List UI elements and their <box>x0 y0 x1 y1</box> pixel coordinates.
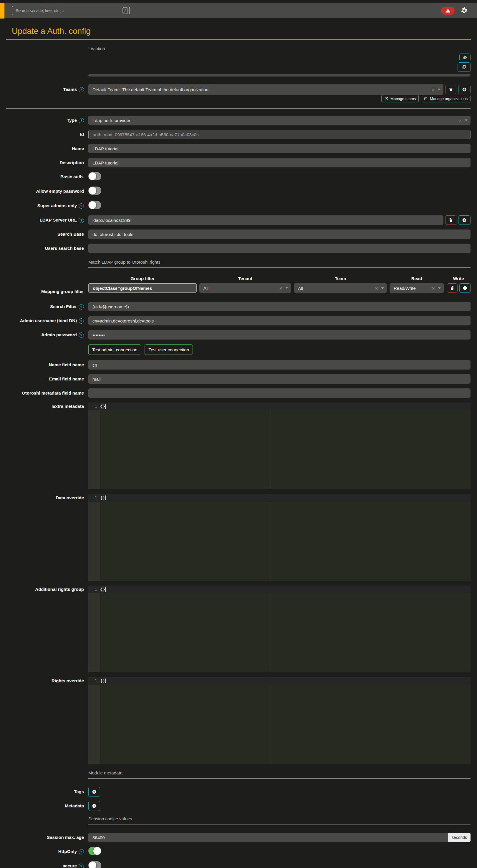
data-override-editor[interactable]: 1{} <box>88 494 471 581</box>
navbar: / <box>0 3 477 18</box>
group-filter-input[interactable] <box>88 283 197 293</box>
col-header-write: Write <box>446 276 471 281</box>
remove-ldap-url-button[interactable] <box>445 215 456 225</box>
eye-slash-icon <box>463 55 467 60</box>
tenant-select[interactable]: All × <box>199 283 291 293</box>
edit-icon <box>384 96 388 101</box>
admin-username-input[interactable] <box>88 316 471 326</box>
add-ldap-url-button[interactable] <box>458 215 471 225</box>
help-icon[interactable]: ? <box>79 849 84 855</box>
line-number: 1 <box>88 679 100 683</box>
session-cookie-section-header: Session cookie values <box>88 816 471 825</box>
help-icon[interactable]: ? <box>79 87 84 92</box>
http-only-label: HttpOnly? <box>0 847 88 856</box>
remove-team-button[interactable] <box>445 85 456 94</box>
clear-icon[interactable]: × <box>431 87 435 92</box>
editor-content[interactable] <box>100 410 471 489</box>
team-select[interactable]: All × <box>294 283 387 293</box>
hide-location-button[interactable] <box>459 54 471 61</box>
ldap-server-url-input[interactable] <box>88 215 443 225</box>
email-field-name-input[interactable] <box>88 374 471 384</box>
help-icon[interactable]: ? <box>79 118 84 123</box>
admin-password-label: Admin password? <box>0 330 88 340</box>
trash-icon <box>448 218 453 222</box>
clear-icon[interactable]: × <box>458 118 462 123</box>
text-cursor <box>106 679 106 683</box>
manage-teams-button[interactable]: Manage teams <box>381 95 419 102</box>
secure-toggle[interactable] <box>88 861 101 868</box>
add-mapping-button[interactable] <box>459 283 471 293</box>
remove-mapping-button[interactable] <box>447 283 457 293</box>
help-icon[interactable]: ? <box>79 218 84 223</box>
id-label: Id <box>0 130 88 139</box>
rights-override-editor[interactable]: 1{} <box>88 677 471 764</box>
plus-circle-icon <box>463 286 467 290</box>
teams-select[interactable]: Default Team - The default Team of the d… <box>88 84 443 95</box>
description-input[interactable] <box>88 158 471 167</box>
basic-auth-toggle[interactable] <box>88 172 101 180</box>
copy-location-button[interactable] <box>457 62 471 72</box>
add-metadata-button[interactable] <box>88 801 100 811</box>
clear-icon[interactable]: × <box>375 285 378 291</box>
test-user-connection-button[interactable]: Test user connection <box>145 344 193 355</box>
editor-content[interactable] <box>100 685 471 764</box>
alerts-button[interactable] <box>441 7 455 15</box>
text-cursor <box>106 587 106 592</box>
extra-metadata-editor[interactable]: 1{} <box>88 403 471 489</box>
secure-label: secure? <box>0 861 88 868</box>
admin-username-label: Admin username (bind DN)? <box>0 316 88 326</box>
admin-password-input[interactable] <box>88 330 471 340</box>
help-icon[interactable]: ? <box>79 203 84 209</box>
help-icon[interactable]: ? <box>79 864 84 868</box>
name-input[interactable] <box>88 144 471 153</box>
module-metadata-section-header: Module metadata <box>88 770 471 779</box>
allow-empty-password-toggle[interactable] <box>88 187 101 195</box>
users-search-base-label: Users search base <box>0 244 88 253</box>
help-icon[interactable]: ? <box>79 318 84 324</box>
organization-bar[interactable] <box>88 74 471 76</box>
additional-rights-group-editor[interactable]: 1{} <box>88 586 471 672</box>
http-only-toggle[interactable] <box>88 847 101 855</box>
gear-icon[interactable] <box>460 7 468 14</box>
trash-icon <box>450 286 455 290</box>
plus-circle-icon <box>462 87 467 92</box>
name-field-name-label: Name field name <box>0 360 88 370</box>
editor-content[interactable] <box>100 593 471 672</box>
name-field-name-input[interactable] <box>88 360 471 370</box>
line-number: 1 <box>88 404 100 409</box>
rights-override-label: Rights override <box>0 677 88 685</box>
editor-gutter <box>88 593 100 672</box>
edit-icon <box>424 96 428 101</box>
metadata-label: Metadata <box>0 801 88 811</box>
description-label: Description <box>0 158 88 167</box>
code-text: {} <box>100 679 105 683</box>
location-section-header: Location <box>88 46 471 51</box>
sidebar-brand-sliver[interactable] <box>0 3 4 19</box>
search-filter-input[interactable] <box>88 302 471 311</box>
help-icon[interactable]: ? <box>79 304 84 310</box>
help-icon[interactable]: ? <box>79 333 84 338</box>
editor-content[interactable] <box>100 502 471 581</box>
mapping-group-filter-label: Mapping group filter <box>0 276 88 296</box>
chevron-down-icon <box>438 287 441 289</box>
users-search-base-input[interactable] <box>88 244 471 253</box>
section-divider <box>6 108 471 108</box>
search-input[interactable] <box>12 6 129 15</box>
type-select[interactable]: Ldap auth. provider × <box>88 116 471 125</box>
editor-ruler <box>271 685 271 764</box>
clear-icon[interactable]: × <box>279 285 282 291</box>
otoroshi-metadata-field-name-input[interactable] <box>88 389 471 398</box>
clear-icon[interactable]: × <box>431 285 435 291</box>
copy-icon <box>462 65 467 69</box>
session-max-age-label: Session max. age <box>0 833 88 842</box>
manage-organizations-button[interactable]: Manage organizations <box>421 95 471 102</box>
read-select[interactable]: Read/Write × <box>390 283 444 293</box>
editor-ruler <box>271 593 271 672</box>
super-admins-only-toggle[interactable] <box>88 201 101 209</box>
session-max-age-input[interactable] <box>88 833 448 842</box>
warning-triangle-icon <box>445 8 450 13</box>
add-team-button[interactable] <box>458 85 471 94</box>
search-base-input[interactable] <box>88 229 471 239</box>
test-admin-connection-button[interactable]: Test admin. connection <box>88 344 141 355</box>
add-tag-button[interactable] <box>88 787 100 797</box>
